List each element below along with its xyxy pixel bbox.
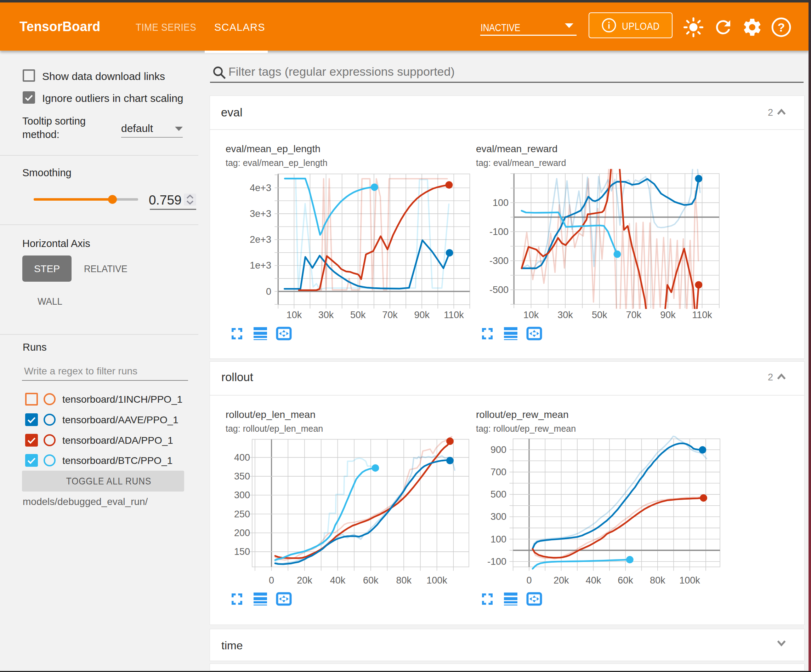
svg-text:?: ? — [778, 20, 785, 34]
